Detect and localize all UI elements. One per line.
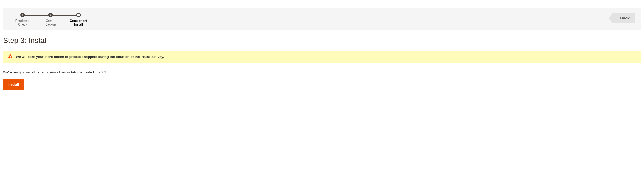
back-button[interactable]: Back: [613, 13, 635, 23]
page-title: Step 3: Install: [3, 36, 641, 45]
svg-rect-0: [10, 56, 11, 57]
step-connector: [23, 15, 51, 16]
step-label-line: Readiness: [15, 19, 30, 23]
step-label-3: Component Install: [70, 19, 87, 27]
warning-triangle-icon: [8, 54, 13, 59]
step-label-line: Create: [46, 19, 55, 23]
step-connector: [51, 15, 78, 16]
steps-container: 1 Readiness Check 2 Create Backup Compon…: [9, 13, 92, 27]
step-circle-2: 2: [48, 13, 53, 17]
step-circle-3: [76, 13, 81, 17]
step-circle-1: 1: [20, 13, 25, 17]
install-button[interactable]: Install: [3, 79, 24, 90]
step-label-1: Readiness Check: [15, 19, 30, 27]
alert-text: We will take your store offline to prote…: [16, 55, 164, 59]
step-readiness-check: 1 Readiness Check: [9, 13, 37, 27]
content-area: Step 3: Install We will take your store …: [0, 30, 644, 90]
progress-panel: 1 Readiness Check 2 Create Backup Compon…: [3, 8, 641, 30]
svg-rect-1: [10, 57, 11, 58]
step-label-2: Create Backup: [45, 19, 56, 27]
step-label-line: Backup: [45, 23, 56, 26]
ready-text: We're ready to install cart2quote/module…: [3, 70, 641, 74]
alert-warning-box: We will take your store offline to prote…: [3, 51, 641, 63]
step-label-line: Check: [18, 23, 27, 26]
step-label-line: Install: [74, 23, 83, 26]
step-label-line: Component: [70, 19, 87, 23]
